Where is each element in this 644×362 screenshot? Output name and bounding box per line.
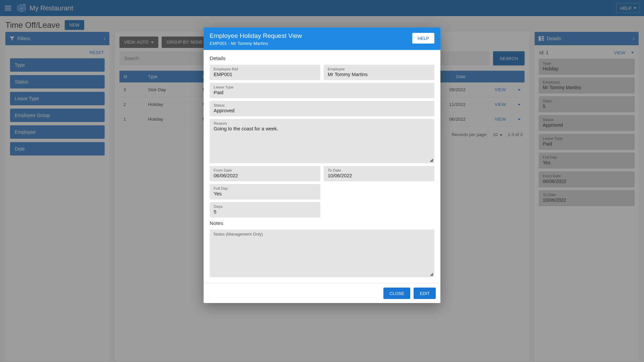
edit-button[interactable]: EDIT xyxy=(414,288,436,299)
modal-help-button[interactable]: HELP xyxy=(412,33,434,44)
section-details-title: Details xyxy=(210,55,434,61)
field-employee-ref: Employee Ref EMP001 xyxy=(210,65,320,80)
field-from-date: From Date 06/06/2022 xyxy=(210,166,320,181)
field-notes[interactable]: Notes (Management Only) xyxy=(210,230,434,277)
field-reason[interactable]: Reason Going to the coast for a week. xyxy=(210,119,434,163)
field-full-day: Full Day Yes xyxy=(210,184,320,199)
field-leave-type: Leave Type Paid xyxy=(210,83,434,98)
modal-subtitle: EMP001 - Mr Tommy Martins xyxy=(210,41,412,46)
field-to-date: To Date 10/06/2022 xyxy=(324,166,434,181)
modal: Employee Holiday Request View EMP001 - M… xyxy=(204,27,440,303)
modal-body: Details Employee Ref EMP001 Employee Mr … xyxy=(204,50,440,283)
resize-handle-icon[interactable] xyxy=(430,273,433,276)
close-button[interactable]: CLOSE xyxy=(383,288,410,299)
modal-header: Employee Holiday Request View EMP001 - M… xyxy=(204,27,440,50)
field-employee: Employee Mr Tommy Martins xyxy=(324,65,434,80)
field-status: Status Approved xyxy=(210,101,434,116)
field-days: Days 5 xyxy=(210,202,320,218)
resize-handle-icon[interactable] xyxy=(430,159,433,162)
modal-title: Employee Holiday Request View xyxy=(210,32,412,40)
section-notes-title: Notes xyxy=(210,220,434,226)
modal-footer: CLOSE EDIT xyxy=(204,283,440,303)
